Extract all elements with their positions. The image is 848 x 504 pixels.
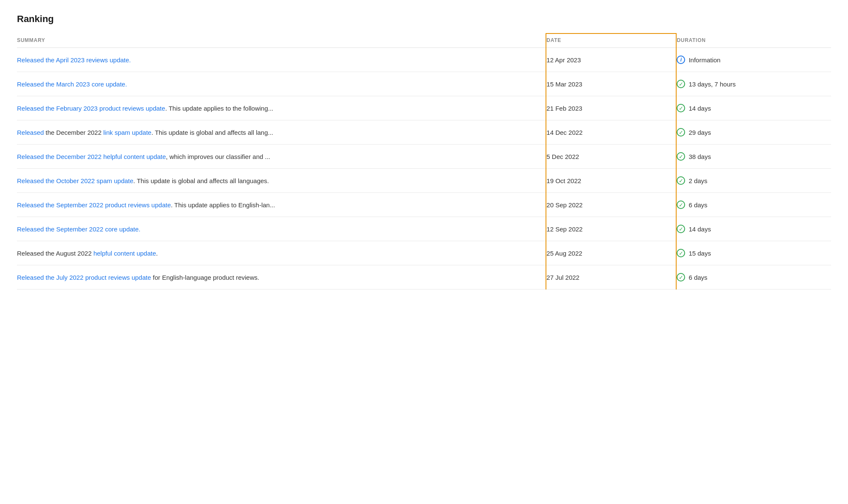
page-title: Ranking [17, 14, 831, 25]
table-row: Released the December 2022 link spam upd… [17, 120, 831, 145]
summary-cell: Released the December 2022 helpful conte… [17, 145, 546, 169]
duration-text: 13 days, 7 hours [688, 81, 736, 88]
summary-cell: Released the October 2022 spam update. T… [17, 169, 546, 193]
summary-text: . This update applies to the following..… [165, 105, 273, 112]
duration-cell: ✓6 days [676, 265, 831, 290]
check-icon: ✓ [677, 273, 685, 281]
date-cell: 20 Sep 2022 [546, 193, 676, 217]
date-cell: 19 Oct 2022 [546, 169, 676, 193]
duration-cell: ✓6 days [676, 193, 831, 217]
table-row: Released the September 2022 core update.… [17, 217, 831, 241]
summary-cell: Released the September 2022 product revi… [17, 193, 546, 217]
date-cell: 12 Sep 2022 [546, 217, 676, 241]
date-cell: 21 Feb 2023 [546, 96, 676, 120]
duration-text: 14 days [688, 226, 711, 233]
summary-cell: Released the December 2022 link spam upd… [17, 120, 546, 145]
table-row: Released the July 2022 product reviews u… [17, 265, 831, 290]
check-icon: ✓ [677, 200, 685, 209]
summary-link[interactable]: Released the July 2022 product reviews u… [17, 274, 151, 281]
duration-cell: ✓15 days [676, 241, 831, 265]
duration-cell: ✓14 days [676, 96, 831, 120]
summary-link[interactable]: helpful content update [93, 250, 156, 257]
summary-text: . This update is global and affects all … [133, 177, 269, 184]
check-icon: ✓ [677, 152, 685, 161]
table-row: Released the October 2022 spam update. T… [17, 169, 831, 193]
col-header-summary: SUMMARY [17, 33, 546, 48]
summary-link[interactable]: link spam update [103, 129, 151, 136]
date-cell: 5 Dec 2022 [546, 145, 676, 169]
table-row: Released the March 2023 core update.15 M… [17, 72, 831, 96]
summary-link[interactable]: Released [17, 129, 44, 136]
duration-cell: ✓13 days, 7 hours [676, 72, 831, 96]
col-header-date: DATE [546, 33, 676, 48]
check-icon: ✓ [677, 176, 685, 185]
duration-cell: ✓2 days [676, 169, 831, 193]
date-cell: 15 Mar 2023 [546, 72, 676, 96]
duration-cell: ✓38 days [676, 145, 831, 169]
summary-text: . This update applies to English-lan... [171, 201, 275, 209]
table-row: Released the August 2022 helpful content… [17, 241, 831, 265]
summary-cell: Released the August 2022 helpful content… [17, 241, 546, 265]
date-cell: 12 Apr 2023 [546, 48, 676, 72]
summary-link[interactable]: Released the September 2022 core update. [17, 226, 140, 233]
table-row: Released the April 2023 reviews update.1… [17, 48, 831, 72]
date-cell: 25 Aug 2022 [546, 241, 676, 265]
check-icon: ✓ [677, 249, 685, 257]
summary-link[interactable]: Released the September 2022 product revi… [17, 201, 171, 209]
summary-link[interactable]: Released the March 2023 core update. [17, 81, 127, 88]
table-row: Released the February 2023 product revie… [17, 96, 831, 120]
summary-text: the December 2022 [44, 129, 103, 136]
summary-text: . This update is global and affects all … [151, 129, 273, 136]
check-icon: ✓ [677, 128, 685, 136]
summary-link[interactable]: Released the December 2022 helpful conte… [17, 153, 166, 160]
date-cell: 14 Dec 2022 [546, 120, 676, 145]
duration-cell: ✓29 days [676, 120, 831, 145]
summary-text: the August 2022 [44, 250, 93, 257]
duration-cell: ✓14 days [676, 217, 831, 241]
summary-cell: Released the September 2022 core update. [17, 217, 546, 241]
summary-link[interactable]: Released the October 2022 spam update [17, 177, 133, 184]
check-icon: ✓ [677, 225, 685, 233]
duration-text: 6 days [688, 274, 707, 281]
summary-cell: Released the March 2023 core update. [17, 72, 546, 96]
summary-cell: Released the July 2022 product reviews u… [17, 265, 546, 290]
check-icon: ✓ [677, 104, 685, 112]
duration-text: 2 days [688, 177, 707, 184]
summary-text: . [156, 250, 158, 257]
col-header-duration: DURATION [676, 33, 831, 48]
duration-text: Information [688, 56, 720, 64]
ranking-table: SUMMARY DATE DURATION Released the April… [17, 33, 831, 290]
info-icon: i [677, 56, 685, 64]
summary-text: , which improves our classifier and ... [166, 153, 270, 160]
duration-text: 29 days [688, 129, 711, 136]
summary-cell: Released the April 2023 reviews update. [17, 48, 546, 72]
summary-text: Released [17, 250, 44, 257]
duration-text: 38 days [688, 153, 711, 160]
summary-cell: Released the February 2023 product revie… [17, 96, 546, 120]
duration-text: 15 days [688, 250, 711, 257]
duration-text: 14 days [688, 105, 711, 112]
duration-text: 6 days [688, 201, 707, 209]
table-row: Released the December 2022 helpful conte… [17, 145, 831, 169]
duration-cell: iInformation [676, 48, 831, 72]
table-row: Released the September 2022 product revi… [17, 193, 831, 217]
date-cell: 27 Jul 2022 [546, 265, 676, 290]
check-icon: ✓ [677, 80, 685, 88]
summary-link[interactable]: Released the April 2023 reviews update. [17, 56, 131, 64]
summary-link[interactable]: Released the February 2023 product revie… [17, 105, 165, 112]
summary-text: for English-language product reviews. [151, 274, 259, 281]
